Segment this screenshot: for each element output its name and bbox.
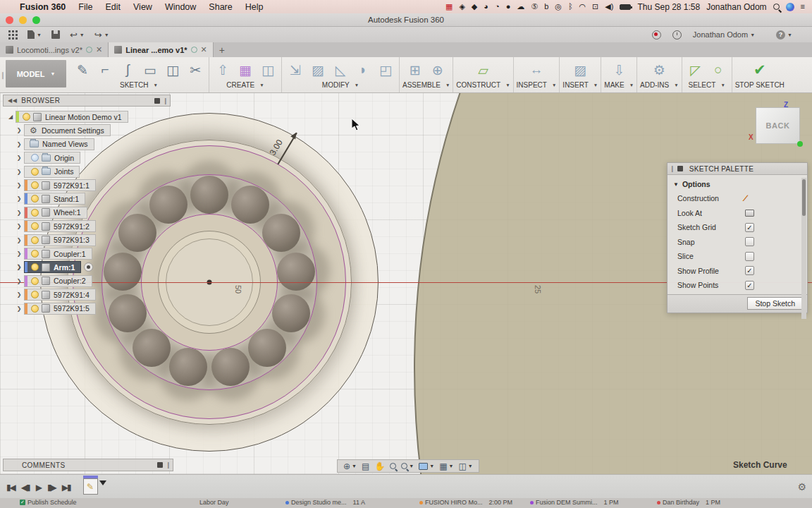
- trim-icon[interactable]: ✂: [185, 59, 206, 80]
- ribbon-section-menu-select[interactable]: SELECT▼: [688, 81, 725, 91]
- print-3d-icon[interactable]: ⇩: [608, 59, 629, 80]
- help-menu[interactable]: ?▼: [776, 30, 792, 40]
- new-component-icon[interactable]: ⊞: [405, 59, 426, 80]
- expander-closed-icon[interactable]: ❯: [16, 250, 23, 257]
- menu-item-edit[interactable]: Edit: [105, 2, 121, 12]
- expander-closed-icon[interactable]: ❯: [16, 182, 23, 188]
- app-menu-title[interactable]: Fusion 360: [20, 2, 66, 12]
- browser-item-joints[interactable]: ❯Joints: [16, 166, 80, 178]
- menu-item-share[interactable]: Share: [209, 2, 232, 12]
- browser-item-5972k91-3[interactable]: ❯5972K91:3: [16, 234, 96, 246]
- screencast-record-button[interactable]: [652, 30, 661, 40]
- expander-closed-icon[interactable]: ❯: [16, 237, 23, 243]
- sketch-palette-header[interactable]: ❙ SKETCH PALETTE: [668, 163, 807, 175]
- browser-item-coupler-1[interactable]: ❯Coupler:1: [16, 248, 92, 260]
- expander-closed-icon[interactable]: ❯: [16, 223, 23, 229]
- chamfer-icon[interactable]: ◺: [330, 59, 351, 80]
- browser-item-origin[interactable]: ❯Origin: [16, 152, 80, 164]
- timeline-marker-dropdown[interactable]: [99, 480, 106, 485]
- menu-item-view[interactable]: View: [133, 2, 152, 12]
- visibility-bulb-icon[interactable]: [31, 305, 39, 313]
- siri-icon[interactable]: [786, 3, 794, 11]
- visibility-bulb-icon[interactable]: [31, 195, 39, 202]
- create-sketch-icon[interactable]: ✎: [72, 59, 93, 80]
- ribbon-section-menu-modify[interactable]: MODIFY▼: [322, 81, 359, 91]
- select-window-icon[interactable]: ◸: [685, 59, 706, 80]
- wifi-icon[interactable]: ◠: [579, 3, 586, 11]
- browser-item-5972k91-1[interactable]: ❯5972K91:1: [16, 179, 96, 191]
- panel-dock-icon[interactable]: [154, 98, 160, 104]
- comments-panel[interactable]: COMMENTS ❙: [3, 459, 173, 471]
- timeline-sketch-feature[interactable]: ✎: [83, 478, 98, 495]
- joint-icon[interactable]: ⊕: [427, 59, 448, 80]
- menubar-clock[interactable]: Thu Sep 28 1:58: [637, 2, 700, 12]
- menu-item-file[interactable]: File: [78, 2, 92, 12]
- spotify-icon[interactable]: ●: [506, 3, 511, 11]
- measure-icon[interactable]: ↔: [526, 59, 547, 80]
- mirror-icon[interactable]: ◫: [162, 59, 183, 80]
- display-settings-icon[interactable]: ▼: [419, 463, 434, 470]
- account-menu[interactable]: Jonathan Odom▼: [693, 30, 755, 39]
- sketch-grid-checkbox[interactable]: ✓: [745, 223, 754, 232]
- spiral-icon[interactable]: ◔: [495, 3, 500, 11]
- browser-icon[interactable]: ◕: [484, 3, 488, 11]
- expander-closed-icon[interactable]: ❯: [16, 141, 23, 147]
- visibility-bulb-icon[interactable]: [31, 168, 39, 176]
- ribbon-section-menu-create[interactable]: CREATE▼: [226, 81, 264, 91]
- bluetooth-icon[interactable]: ᛒ: [568, 3, 573, 11]
- undo-button[interactable]: ↩▼: [70, 30, 85, 40]
- appearance-icon[interactable]: ▨: [307, 59, 328, 80]
- spotlight-search-icon[interactable]: [773, 4, 780, 10]
- fillet-solid-icon[interactable]: ◗: [352, 59, 374, 80]
- plane-icon[interactable]: ▱: [472, 59, 493, 80]
- insert-image-icon[interactable]: ▨: [570, 59, 591, 80]
- visibility-bulb-icon[interactable]: [31, 222, 39, 230]
- expander-open-icon[interactable]: ◢: [7, 114, 14, 120]
- palette-scrollbar[interactable]: [801, 178, 806, 319]
- evernote-icon[interactable]: ◆: [472, 3, 477, 11]
- ribbon-section-menu-make[interactable]: MAKE▼: [604, 81, 634, 91]
- document-tab-1[interactable]: Locomoti...ings v2*✕: [0, 42, 109, 57]
- stop-sketch-button[interactable]: ✔ STOP SKETCH: [732, 57, 787, 92]
- step-forward-icon[interactable]: ▮▶: [47, 483, 56, 492]
- pattern-icon[interactable]: ◫: [257, 59, 278, 80]
- look-at-icon[interactable]: [745, 210, 754, 217]
- browser-item-stand-1[interactable]: ❯Stand:1: [16, 193, 85, 205]
- save-button[interactable]: [51, 30, 60, 39]
- ribbon-section-menu-inspect[interactable]: INSPECT▼: [517, 81, 557, 91]
- zoom-window-button[interactable]: [32, 16, 40, 24]
- menu-item-help[interactable]: Help: [245, 2, 264, 12]
- visibility-bulb-icon[interactable]: [31, 277, 39, 285]
- expander-closed-icon[interactable]: ❯: [16, 195, 23, 202]
- step-back-icon[interactable]: ◀▮: [21, 483, 30, 492]
- show-points-checkbox[interactable]: ✓: [745, 281, 754, 290]
- record-dot-icon[interactable]: ◎: [555, 3, 562, 11]
- browser-item-coupler-2[interactable]: ❯Coupler:2: [16, 275, 92, 287]
- visibility-bulb-icon[interactable]: [23, 113, 30, 121]
- browser-item-wheel-1[interactable]: ❯Wheel:1: [16, 207, 87, 219]
- menubar-user[interactable]: Jonathan Odom: [706, 2, 766, 12]
- close-tab-icon[interactable]: ✕: [201, 45, 207, 54]
- spline-icon[interactable]: ∫: [117, 59, 138, 80]
- visibility-bulb-icon[interactable]: [31, 250, 39, 258]
- browser-item-named-views[interactable]: ❯Named Views: [16, 138, 94, 150]
- go-end-icon[interactable]: ▶▮: [62, 483, 70, 492]
- bitwarden-icon[interactable]: b: [544, 3, 548, 11]
- visibility-bulb-icon[interactable]: [31, 181, 39, 189]
- visibility-bulb-icon[interactable]: [31, 209, 39, 217]
- notification-center-icon[interactable]: ≡: [801, 3, 805, 11]
- activate-component-radio[interactable]: [84, 262, 93, 272]
- file-menu-button[interactable]: ▼: [27, 30, 42, 39]
- red-tile-icon[interactable]: ▦: [445, 3, 453, 11]
- press-pull-icon[interactable]: ⇲: [285, 59, 306, 80]
- stop-sketch-palette-button[interactable]: Stop Sketch: [747, 297, 803, 310]
- collapse-panel-icon[interactable]: ◀◀: [8, 97, 17, 104]
- go-start-icon[interactable]: ▮◀: [6, 483, 15, 492]
- expander-closed-icon[interactable]: ❯: [16, 291, 23, 298]
- ribbon-section-menu-sketch[interactable]: SKETCH▼: [120, 81, 158, 91]
- redo-button[interactable]: ↪▼: [94, 30, 109, 40]
- viewports-icon[interactable]: ◫▼: [458, 461, 472, 471]
- expander-closed-icon[interactable]: ❯: [16, 169, 23, 175]
- expander-closed-icon[interactable]: ❯: [16, 306, 23, 312]
- grid-settings-icon[interactable]: ▦▼: [439, 461, 453, 471]
